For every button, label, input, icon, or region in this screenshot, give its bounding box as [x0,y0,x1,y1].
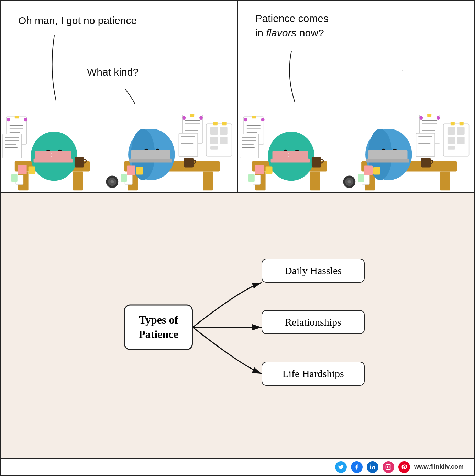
footer: www.flinkliv.com [1,458,474,475]
types-of-patience-box: Types of Patience [124,304,193,350]
svg-rect-145 [358,174,364,182]
svg-rect-134 [427,114,431,117]
svg-rect-46 [220,137,228,144]
svg-rect-119 [457,137,464,144]
svg-rect-51 [184,158,194,168]
svg-rect-85 [272,151,308,159]
twitter-icon[interactable] [335,461,347,473]
svg-point-54 [110,180,114,183]
svg-rect-117 [457,127,464,135]
svg-rect-102 [252,116,256,118]
svg-rect-122 [459,122,463,125]
svg-rect-49 [222,122,227,125]
svg-rect-12 [35,151,71,159]
svg-rect-44 [220,127,228,135]
svg-point-136 [437,116,440,120]
svg-rect-124 [421,158,431,168]
svg-point-146 [370,464,371,465]
svg-text::  [150,152,151,157]
panel-1: · · · · Oh man, I got no patience What k… [1,1,238,192]
top-row: · · · · Oh man, I got no patience What k… [1,1,474,193]
svg-rect-42 [206,124,232,156]
svg-point-135 [419,116,423,120]
panel2-speech1: Patience comes in flavors now? [255,11,329,40]
website-url[interactable]: www.flinkliv.com [414,463,464,471]
svg-rect-48 [213,122,218,125]
svg-rect-78 [440,171,450,190]
svg-rect-38 [18,165,27,174]
panel1-speech1: Oh man, I got no patience [18,15,137,26]
svg-rect-61 [190,114,194,117]
svg-rect-121 [450,122,454,125]
svg-rect-147 [386,464,391,469]
relationships-box: Relationships [262,310,365,334]
svg-text::  [51,152,53,158]
svg-rect-116 [447,127,455,135]
svg-text::  [387,152,388,157]
svg-rect-70 [136,167,143,175]
svg-rect-112 [265,167,272,174]
instagram-icon[interactable] [383,461,394,473]
svg-point-30 [7,118,10,121]
svg-rect-142 [364,166,373,175]
svg-rect-45 [210,137,218,144]
svg-rect-41 [11,174,18,182]
svg-rect-115 [443,124,469,156]
svg-rect-114 [248,174,254,182]
panel-2: · · · · · Patience comes in flavors now? [238,1,474,192]
svg-point-63 [199,116,203,120]
svg-rect-111 [255,165,264,174]
svg-point-104 [261,118,264,121]
panel2-scene:   [238,82,474,192]
svg-rect-118 [447,137,455,144]
daily-hassles-box: Daily Hassles [262,259,365,283]
diagram-container: Types of Patience Daily Hassles Relation… [103,238,372,417]
svg-text::  [288,152,289,158]
life-hardships-box: Life Hardships [262,362,365,386]
svg-rect-75 [310,171,320,190]
svg-rect-143 [373,167,380,175]
panel1-scene:   [1,82,237,192]
svg-rect-29 [15,116,19,118]
svg-rect-47 [210,146,218,150]
svg-point-127 [347,180,351,183]
svg-rect-50 [75,157,84,168]
facebook-icon[interactable] [351,461,363,473]
svg-rect-39 [29,167,35,174]
svg-point-31 [24,118,27,121]
panel1-speech2: What kind? [87,66,139,78]
svg-rect-120 [447,146,455,150]
linkedin-icon[interactable] [367,461,378,473]
svg-rect-69 [127,166,135,175]
bottom-panel: Types of Patience Daily Hassles Relation… [1,193,474,475]
comic-container: · · · · Oh man, I got no patience What k… [0,0,475,476]
pinterest-icon[interactable] [398,461,410,473]
svg-rect-72 [121,174,127,182]
svg-point-103 [244,118,247,121]
svg-point-62 [182,116,186,120]
svg-rect-123 [311,157,321,168]
svg-rect-5 [203,171,213,190]
svg-rect-2 [73,171,83,190]
svg-rect-43 [210,127,218,135]
